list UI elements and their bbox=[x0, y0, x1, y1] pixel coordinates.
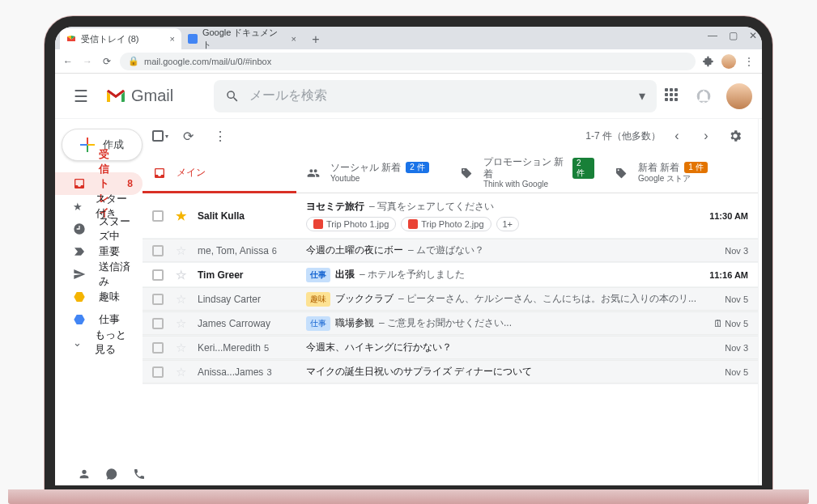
hangouts-icon[interactable] bbox=[105, 468, 118, 481]
browser-toolbar: ← → ⟳ 🔒 mail.google.com/mail/u/0/#inbox … bbox=[55, 49, 762, 74]
account-avatar[interactable] bbox=[726, 83, 752, 109]
gmail-body: 作成 受信トレイ8★スター付きスヌーズ中重要送信済み趣味仕事⌄もっと見る ▾ ⟳… bbox=[55, 119, 762, 485]
docs-favicon bbox=[188, 34, 198, 44]
main-menu-button[interactable]: ☰ bbox=[65, 80, 97, 112]
mail-subject: 職場参観 bbox=[335, 316, 374, 330]
tab-label: ソーシャル 新着 bbox=[330, 162, 401, 173]
mail-sender: Anissa...James 3 bbox=[198, 366, 303, 378]
close-icon[interactable]: × bbox=[291, 34, 296, 44]
gmail-header: ☰ Gmail メールを検索 ▾ bbox=[55, 74, 762, 119]
contacts-icon[interactable] bbox=[78, 468, 91, 481]
mail-body: 仕事出張 – ホテルを予約しました bbox=[306, 268, 696, 282]
attachment-chip[interactable]: Trip Photo 2.jpg bbox=[401, 217, 491, 231]
mail-label: 仕事 bbox=[306, 268, 330, 282]
email-row[interactable]: ☆Anissa...James 3マイクの誕生日祝いのサプライズ ディナーについ… bbox=[143, 360, 758, 384]
tab-primary[interactable]: メイン bbox=[143, 153, 296, 193]
phone-icon[interactable] bbox=[133, 468, 146, 481]
email-row[interactable]: ☆me, Tom, Anissa 6今週の土曜の夜にボー – ムで遊ばない？No… bbox=[143, 239, 758, 263]
tasks-icon[interactable] bbox=[770, 193, 772, 210]
star-icon[interactable]: ☆ bbox=[173, 292, 188, 307]
mail-preview: – ムで遊ばない？ bbox=[408, 244, 484, 257]
attachment-chip[interactable]: Trip Photo 1.jpg bbox=[306, 217, 396, 231]
row-checkbox[interactable] bbox=[152, 318, 164, 329]
star-icon[interactable]: ☆ bbox=[173, 341, 188, 355]
sidebar-label: 送信済み bbox=[99, 260, 133, 289]
maximize-icon[interactable]: ▢ bbox=[729, 30, 738, 41]
notifications-icon[interactable] bbox=[696, 88, 712, 104]
mail-sender: Lindsay Carter bbox=[198, 294, 303, 305]
sidebar-item-tag-y[interactable]: 趣味 bbox=[55, 286, 143, 308]
tab-badge: 2 件 bbox=[406, 162, 428, 173]
row-checkbox[interactable] bbox=[152, 245, 164, 256]
tab-promo[interactable]: プロモーション 新着2 件Think with Google bbox=[450, 153, 604, 193]
extensions-icon[interactable] bbox=[702, 55, 715, 68]
browser-tab-docs[interactable]: Google ドキュメント × bbox=[181, 28, 303, 49]
tab-social[interactable]: ソーシャル 新着2 件Youtube bbox=[296, 153, 450, 193]
search-options-icon[interactable]: ▾ bbox=[639, 88, 645, 104]
gmail-logo[interactable]: Gmail bbox=[105, 87, 173, 105]
calendar-icon[interactable] bbox=[770, 129, 772, 145]
star-icon[interactable]: ☆ bbox=[173, 316, 188, 331]
keep-icon[interactable] bbox=[770, 161, 772, 177]
close-window-icon[interactable]: ✕ bbox=[749, 30, 757, 41]
forward-icon[interactable]: → bbox=[81, 56, 94, 67]
promo-icon bbox=[460, 166, 474, 180]
gmail-wordmark: Gmail bbox=[131, 87, 173, 105]
row-checkbox[interactable] bbox=[152, 294, 164, 305]
chrome-profile-avatar[interactable] bbox=[721, 54, 736, 69]
more-icon[interactable]: ⋮ bbox=[207, 123, 233, 149]
prev-page-icon[interactable]: ‹ bbox=[664, 123, 690, 149]
mail-date: 11:30 AM bbox=[700, 211, 748, 221]
star-icon: ★ bbox=[73, 201, 83, 213]
sidebar-count: 8 bbox=[127, 178, 133, 189]
mail-subject: ヨセミテ旅行 bbox=[306, 200, 364, 214]
star-icon[interactable]: ☆ bbox=[173, 365, 188, 379]
tab-updates[interactable]: 新着 新着1 件Google ストア bbox=[604, 153, 758, 193]
close-icon[interactable]: × bbox=[170, 34, 175, 44]
browser-tab-gmail[interactable]: 受信トレイ (8) × bbox=[60, 28, 181, 49]
sidebar-item-send[interactable]: 送信済み bbox=[55, 263, 143, 286]
row-checkbox[interactable] bbox=[152, 342, 164, 354]
row-checkbox[interactable] bbox=[152, 210, 164, 222]
sidebar-label: 趣味 bbox=[99, 290, 120, 304]
star-icon[interactable]: ★ bbox=[173, 209, 188, 223]
chrome-menu-icon[interactable]: ⋮ bbox=[743, 55, 755, 68]
mail-preview: – ピーターさん、ケルシーさん、こんにちは。お気に入りの本のリ... bbox=[398, 292, 696, 306]
new-tab-button[interactable]: + bbox=[306, 30, 326, 49]
pagination-range: 1-7 件（他多数） bbox=[585, 129, 661, 143]
mail-sender: Tim Greer bbox=[198, 269, 303, 281]
minimize-icon[interactable]: — bbox=[708, 30, 717, 41]
refresh-icon[interactable]: ⟳ bbox=[175, 123, 201, 149]
row-checkbox[interactable] bbox=[152, 269, 164, 281]
back-icon[interactable]: ← bbox=[62, 56, 74, 67]
url-bar[interactable]: 🔒 mail.google.com/mail/u/0/#inbox bbox=[120, 53, 696, 70]
email-row[interactable]: ☆James Carroway仕事職場参観 – ご意見をお聞かせください...🗓… bbox=[143, 311, 758, 336]
mail-preview: – ホテルを予約しました bbox=[360, 268, 465, 282]
search-input[interactable]: メールを検索 ▾ bbox=[214, 80, 657, 112]
search-icon bbox=[225, 89, 240, 104]
star-icon[interactable]: ☆ bbox=[173, 268, 188, 282]
google-apps-icon[interactable] bbox=[665, 88, 681, 104]
email-row[interactable]: ☆Tim Greer仕事出張 – ホテルを予約しました11:16 AM bbox=[143, 263, 758, 287]
sidebar-item-caret[interactable]: ⌄もっと見る bbox=[55, 331, 143, 354]
sidebar-item-clock[interactable]: スヌーズ中 bbox=[55, 218, 143, 240]
next-page-icon[interactable]: › bbox=[693, 123, 719, 149]
select-all-checkbox[interactable]: ▾ bbox=[152, 130, 168, 142]
attachment-more[interactable]: 1+ bbox=[496, 217, 520, 231]
mail-list: ★Salit Kullaヨセミテ旅行 – 写真をシェアしてくださいTrip Ph… bbox=[143, 193, 758, 485]
mail-date: Nov 5 bbox=[700, 294, 748, 304]
email-row[interactable]: ★Salit Kullaヨセミテ旅行 – 写真をシェアしてくださいTrip Ph… bbox=[143, 193, 758, 239]
settings-gear-icon[interactable] bbox=[722, 123, 748, 149]
side-panel: + bbox=[758, 119, 772, 485]
email-row[interactable]: ☆Keri...Meredith 5今週末、ハイキングに行かない？Nov 3 bbox=[143, 336, 758, 360]
tab-badge: 1 件 bbox=[684, 162, 707, 173]
mail-subject: ブッククラブ bbox=[335, 292, 394, 306]
laptop-base bbox=[8, 489, 809, 504]
image-icon bbox=[313, 219, 323, 229]
row-checkbox[interactable] bbox=[152, 366, 164, 378]
tab-label: 新着 新着 bbox=[638, 162, 679, 173]
star-icon[interactable]: ☆ bbox=[173, 244, 188, 258]
reload-icon[interactable]: ⟳ bbox=[100, 56, 113, 67]
mail-body: 今週の土曜の夜にボー – ムで遊ばない？ bbox=[306, 244, 696, 257]
email-row[interactable]: ☆Lindsay Carter趣味ブッククラブ – ピーターさん、ケルシーさん、… bbox=[143, 287, 758, 311]
